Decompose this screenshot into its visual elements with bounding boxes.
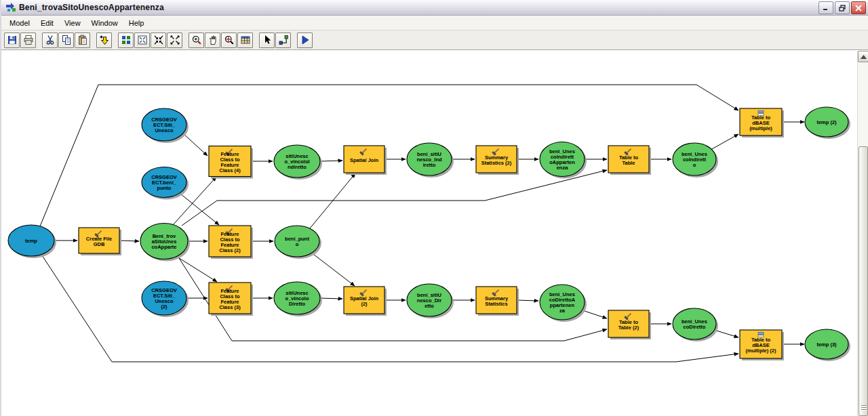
toolbar-button-fixed-zoom-out[interactable] [167, 33, 182, 48]
scrollbar-grip [861, 404, 867, 410]
node-fc-to-fc-2[interactable]: FeatureClass toFeatureClass (2) [209, 226, 253, 259]
node-situnesco-vincolo-diretto[interactable]: sitiUnesco_vincoloDiretto [274, 282, 322, 316]
toolbar-group [297, 33, 313, 48]
add-data-icon [99, 35, 110, 45]
toolbar-button-full-extent[interactable] [134, 33, 150, 48]
node-beni-unesco-indiretto[interactable]: beni_UnescoIndiretto [673, 143, 718, 178]
edge-beni-unesco-diretto-appartenenza-to-table-to-table-2 [583, 310, 607, 318]
toolbar-button-paste[interactable] [75, 33, 90, 48]
menu-item-help[interactable]: Help [123, 17, 150, 29]
node-temp[interactable]: temp [8, 225, 56, 258]
toolbar-button-add-connection[interactable] [275, 33, 291, 48]
full-extent-icon [137, 35, 148, 45]
node-situnesco-vincolo-indiretto[interactable]: sitiUnesco_vincoloIndiretto [274, 145, 322, 180]
node-summary-statistics[interactable]: SummaryStatistics [476, 287, 519, 316]
node-summary-statistics-2[interactable]: SummaryStatistics (2) [476, 146, 519, 175]
node-label: Spatial Join [350, 157, 379, 163]
minimize-icon [823, 5, 829, 11]
scroll-up-button[interactable] [858, 51, 868, 62]
node-table-to-dbase-multiple-2[interactable]: Table todBASE(multiple) (2) [740, 330, 784, 360]
toolbar-button-zoom-full[interactable] [221, 33, 237, 48]
toolbar-group [4, 33, 36, 48]
node-crs-siti-unesco-2[interactable]: CRSGEOVECT.Siti_Unesco(2) [142, 281, 189, 317]
zoom-in-icon [191, 35, 202, 45]
node-label: FeatureClass toFeatureClass (2) [219, 231, 241, 253]
toolbar-button-view-table[interactable] [237, 33, 253, 48]
modelbuilder-app-icon [5, 2, 16, 13]
node-label: Table todBASE(multiple) [749, 115, 772, 131]
scrollbar-thumb[interactable] [859, 146, 868, 416]
node-table-to-table[interactable]: Table toTable [608, 146, 651, 175]
fixed-zoom-in-icon [153, 35, 164, 45]
minimize-button[interactable] [818, 1, 833, 14]
node-crs-beni-punto[interactable]: CRSGEOVECT.beni_punto [142, 167, 189, 200]
toolbar-button-run[interactable] [297, 33, 313, 48]
toolbar-button-fixed-zoom-in[interactable] [151, 33, 166, 48]
title-bar: Beni_trovaSitoUnescoAppartenenza [1, 0, 868, 16]
restore-button[interactable] [835, 1, 850, 14]
node-crs-siti-unesco[interactable]: CRSGEOVECT.Siti_Unesco [142, 108, 189, 143]
edge-crs-siti-unesco-to-fc-to-fc-4 [183, 133, 208, 156]
window-controls [818, 1, 866, 14]
node-beni-punto[interactable]: beni_punto [275, 226, 321, 259]
toolbar-button-print[interactable] [20, 33, 36, 48]
node-label: FeatureClass toFeatureClass (3) [219, 288, 241, 310]
menu-item-model[interactable]: Model [4, 17, 35, 29]
toolbar-button-copy[interactable] [58, 33, 74, 48]
edge-crs-beni-punto-to-fc-to-fc-2 [180, 194, 219, 225]
select-icon [262, 35, 273, 45]
node-temp-3[interactable]: temp (3) [805, 329, 850, 361]
node-spatial-join[interactable]: Spatial Join [344, 146, 387, 175]
edge-situnesco-vincolo-diretto-to-spatial-join-2 [320, 298, 342, 299]
node-label: SummaryStatistics (2) [481, 154, 512, 166]
edge-beni-unesco-indiretto-to-table-to-dbase-multiple [711, 134, 738, 150]
close-button[interactable] [851, 1, 866, 14]
vertical-scrollbar[interactable] [857, 51, 868, 416]
toolbar-button-auto-layout[interactable] [118, 33, 134, 48]
toolbar-button-save[interactable] [4, 33, 20, 48]
node-beni-unesco-diretto-appartenenza[interactable]: beni_UnescoDirettoAppartenenza [540, 285, 587, 322]
node-table-to-dbase-multiple[interactable]: Table todBASE(multiple) [740, 108, 784, 138]
node-create-file-gdb[interactable]: Create FileGDB [79, 228, 121, 255]
node-fc-to-fc-3[interactable]: FeatureClass toFeatureClass (3) [209, 283, 253, 316]
edge-situnesco-vincolo-indiretto-to-spatial-join [320, 161, 342, 161]
view-table-icon [240, 35, 251, 45]
node-temp-2[interactable]: temp (2) [805, 107, 850, 139]
window-title: Beni_trovaSitoUnescoAppartenenza [19, 3, 164, 12]
node-beni-trova[interactable]: Beni_trovaSitoUnescoApparte [140, 224, 190, 262]
menu-item-window[interactable]: Window [86, 17, 123, 29]
node-label: sitiUnesco_vincoloIndiretto [284, 153, 309, 170]
restore-icon [839, 5, 846, 12]
node-label: Beni_trovaSitoUnescoApparte [151, 233, 176, 250]
node-beni-situnesco-diretto[interactable]: beni_sitiUnesco_Diretto [407, 284, 454, 318]
node-table-to-table-2[interactable]: Table toTable (2) [608, 310, 651, 339]
node-beni-unesco-diretto[interactable]: beni_UnescoDiretto [673, 308, 718, 341]
edge-summary-statistics-to-beni-unesco-diretto-appartenenza [517, 300, 538, 301]
model-diagram[interactable]: tempCreate FileGDBBeni_trovaSitoUnescoAp… [1, 51, 859, 416]
copy-icon [61, 35, 72, 45]
toolbar-group [42, 33, 90, 48]
node-label: temp (2) [816, 119, 837, 125]
node-label: beni_UnescoDiretto [682, 318, 707, 330]
close-icon [855, 5, 862, 12]
toolbar-group [96, 33, 112, 48]
menu-bar: ModelEditViewWindowHelp [1, 16, 868, 30]
node-fc-to-fc-4[interactable]: FeatureClass toFeatureClass (4) [209, 146, 253, 179]
toolbar-button-pan[interactable] [205, 33, 220, 48]
save-icon [7, 35, 18, 45]
node-beni-unesco-indiretto-appartenenza[interactable]: beni_UnescoIndirettoAppartenenza [540, 142, 587, 179]
pan-icon [208, 35, 218, 45]
node-beni-situnesco-indiretto[interactable]: beni_sitiUnesco_Indiretto [407, 143, 454, 178]
edge-beni-punto-to-spatial-join-2 [311, 252, 355, 286]
toolbar-button-cut[interactable] [42, 33, 58, 48]
toolbar-button-add-data[interactable] [96, 33, 112, 48]
run-icon [300, 35, 311, 45]
model-canvas[interactable]: tempCreate FileGDBBeni_trovaSitoUnescoAp… [1, 51, 859, 416]
add-connection-icon [278, 35, 289, 45]
menu-item-edit[interactable]: Edit [35, 17, 59, 29]
menu-item-view[interactable]: View [59, 17, 86, 29]
node-spatial-join-2[interactable]: Spatial Join(2) [344, 287, 387, 316]
toolbar-button-zoom-in[interactable] [189, 33, 204, 48]
node-label: Table toTable (2) [618, 319, 639, 331]
toolbar-button-select[interactable] [259, 33, 275, 48]
